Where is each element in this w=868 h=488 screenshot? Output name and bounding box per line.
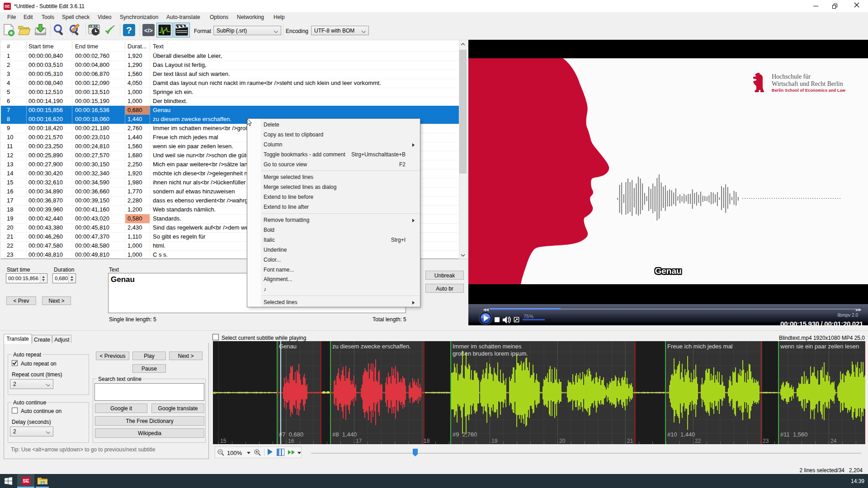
svg-text:?: ? — [126, 25, 132, 35]
svg-text:</>: </> — [144, 27, 153, 34]
